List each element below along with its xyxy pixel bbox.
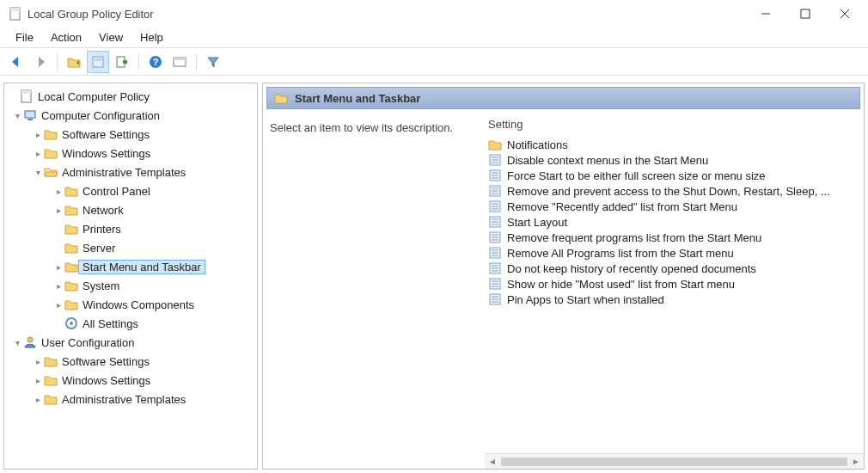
close-button[interactable] [825, 0, 865, 28]
tree-label: Windows Settings [58, 146, 155, 161]
list-item-label: Remove All Programs list from the Start … [507, 247, 734, 260]
list-item[interactable]: Do not keep history of recently opened d… [485, 261, 864, 276]
tree-uc-software-settings[interactable]: Software Settings [4, 352, 257, 371]
folder-open-icon [44, 165, 58, 179]
content-header: Start Menu and Taskbar [266, 87, 860, 109]
folder-icon [64, 203, 78, 217]
tree-label: Windows Settings [58, 373, 155, 388]
minimize-button[interactable] [746, 0, 785, 28]
tree-user-configuration[interactable]: User Configuration [4, 333, 257, 352]
list-item-label: Pin Apps to Start when installed [507, 293, 664, 306]
menu-action[interactable]: Action [42, 28, 90, 46]
app-icon [9, 7, 22, 21]
folder-icon [44, 373, 58, 387]
list-item[interactable]: Pin Apps to Start when installed [485, 292, 864, 307]
menu-help[interactable]: Help [131, 28, 172, 46]
tree-cc-start-menu-taskbar[interactable]: Start Menu and Taskbar [4, 257, 257, 276]
tree-label: System [78, 279, 124, 293]
tree-label: Start Menu and Taskbar [78, 260, 205, 274]
filter-icon [206, 55, 220, 69]
list-item[interactable]: Remove "Recently added" list from Start … [485, 199, 864, 214]
list-item[interactable]: Remove frequent programs list from the S… [485, 230, 864, 245]
expand-toggle[interactable] [52, 206, 64, 215]
forward-button[interactable] [29, 51, 52, 73]
scroll-thumb[interactable] [501, 458, 847, 466]
expand-toggle[interactable] [32, 149, 44, 158]
toolbar-separator [138, 53, 139, 71]
allsettings-icon [64, 316, 78, 330]
list-item-label: Show or hide "Most used" list from Start… [507, 278, 735, 291]
policy-icon [488, 230, 502, 244]
expand-toggle[interactable] [52, 281, 64, 291]
tree-cc-windows-components[interactable]: Windows Components [4, 295, 257, 314]
tree-cc-windows-settings[interactable]: Windows Settings [4, 144, 257, 163]
back-arrow-icon [9, 55, 23, 69]
expand-toggle[interactable] [32, 168, 44, 177]
tree-root[interactable]: Local Computer Policy [4, 87, 257, 106]
showhide-button[interactable] [168, 51, 191, 73]
menubar: File Action View Help [0, 28, 868, 48]
scroll-left-button[interactable]: ◄ [485, 457, 500, 466]
folder-icon [64, 184, 78, 198]
tree-label: Computer Configuration [37, 108, 164, 123]
folder-icon [64, 279, 78, 292]
menu-view[interactable]: View [90, 28, 131, 46]
folder-icon [44, 354, 58, 368]
content-pane: Start Menu and Taskbar Select an item to… [262, 83, 865, 470]
expand-toggle[interactable] [11, 111, 23, 120]
tree-pane[interactable]: Local Computer Policy Computer Configura… [3, 83, 258, 470]
tree-cc-admin-templates[interactable]: Administrative Templates [4, 163, 257, 181]
horizontal-scrollbar[interactable]: ◄ ► [485, 453, 864, 469]
tree-label: Administrative Templates [58, 165, 190, 180]
back-button[interactable] [5, 51, 28, 73]
expand-toggle[interactable] [32, 395, 44, 404]
list-item[interactable]: Force Start to be either full screen siz… [485, 168, 864, 183]
expand-toggle[interactable] [52, 262, 64, 272]
tree-label: Printers [78, 222, 125, 236]
list-item[interactable]: Remove and prevent access to the Shut Do… [485, 183, 864, 199]
scroll-right-button[interactable]: ► [848, 457, 864, 466]
tree-cc-network[interactable]: Network [4, 200, 257, 219]
toolbar-separator [196, 53, 197, 71]
tree-computer-configuration[interactable]: Computer Configuration [4, 106, 257, 125]
tree-uc-admin-templates[interactable]: Administrative Templates [4, 390, 257, 408]
properties-button[interactable] [87, 51, 109, 73]
expand-toggle[interactable] [52, 187, 64, 196]
list-item[interactable]: Disable context menus in the Start Menu [485, 152, 864, 168]
gpdoc-icon [20, 89, 34, 103]
tree-uc-windows-settings[interactable]: Windows Settings [4, 371, 257, 390]
expand-toggle[interactable] [11, 338, 23, 347]
tree-cc-software-settings[interactable]: Software Settings [4, 125, 257, 144]
filter-button[interactable] [202, 51, 224, 73]
maximize-button[interactable] [785, 0, 825, 28]
settings-list[interactable]: NotificationsDisable context menus in th… [485, 137, 864, 453]
help-icon [149, 55, 162, 69]
up-button[interactable] [63, 51, 85, 73]
help-button[interactable] [144, 51, 167, 73]
list-item[interactable]: Show or hide "Most used" list from Start… [485, 276, 864, 292]
tree-cc-control-panel[interactable]: Control Panel [4, 181, 257, 200]
tree-cc-all-settings[interactable]: All Settings [4, 314, 257, 333]
list-item[interactable]: Remove All Programs list from the Start … [485, 245, 864, 261]
list-item-label: Remove and prevent access to the Shut Do… [507, 185, 830, 198]
policy-icon [488, 277, 502, 291]
user-icon [23, 335, 37, 349]
menu-file[interactable]: File [7, 28, 42, 46]
expand-toggle[interactable] [32, 376, 44, 385]
tree-cc-printers[interactable]: Printers [4, 219, 257, 238]
expand-toggle[interactable] [32, 130, 44, 139]
tree-cc-server[interactable]: Server [4, 238, 257, 257]
list-item-label: Do not keep history of recently opened d… [507, 262, 756, 275]
list-item[interactable]: Notifications [485, 137, 864, 152]
list-item-label: Force Start to be either full screen siz… [507, 169, 766, 182]
folder-icon [64, 222, 78, 236]
list-item-label: Remove "Recently added" list from Start … [507, 200, 737, 213]
tree-cc-system[interactable]: System [4, 276, 257, 295]
export-button[interactable] [111, 51, 133, 73]
list-item[interactable]: Start Layout [485, 214, 864, 230]
expand-toggle[interactable] [52, 300, 64, 310]
expand-toggle[interactable] [32, 357, 44, 366]
policy-icon [488, 246, 502, 260]
folder-icon [44, 146, 58, 160]
column-header-setting[interactable]: Setting [485, 113, 864, 137]
